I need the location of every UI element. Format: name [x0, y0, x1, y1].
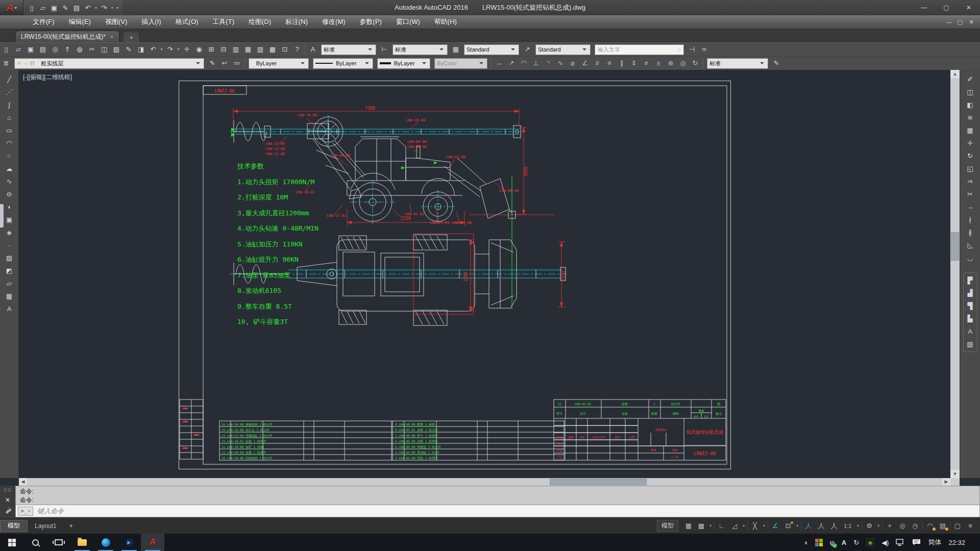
new-layout-button[interactable]: +	[64, 520, 79, 532]
dim-break-icon[interactable]: ≠	[640, 58, 652, 69]
annotation-visibility-icon[interactable]: 人	[803, 520, 814, 532]
plot-icon[interactable]: ▤	[37, 44, 49, 55]
ortho-icon[interactable]: ∟	[716, 520, 727, 532]
dim-linear-icon[interactable]: ↔	[493, 58, 505, 69]
dim-space-icon[interactable]: ⇕	[628, 58, 640, 69]
clock-icon[interactable]: ◷	[910, 520, 921, 532]
dim-tolerance-icon[interactable]: ±	[652, 58, 665, 69]
qnew-icon[interactable]: ▯	[27, 4, 37, 12]
copy-icon[interactable]: ◫	[98, 44, 110, 55]
osnap-dropdown-icon[interactable]: ▾	[795, 520, 799, 532]
redo-icon[interactable]: ↷	[164, 44, 176, 55]
menu-item[interactable]: 窗口(W)	[389, 15, 427, 29]
hardware-acceleration-icon[interactable]: ▤	[937, 520, 948, 532]
file-explorer-button[interactable]	[70, 534, 94, 551]
mirror-icon[interactable]: ◧	[964, 98, 977, 111]
layer-states-icon[interactable]: ≕	[231, 58, 243, 69]
mleader-style-combo[interactable]: Standard	[535, 44, 591, 55]
task-view-button[interactable]	[47, 534, 70, 551]
table-icon[interactable]: ▦	[3, 290, 16, 303]
publish-icon[interactable]: ⇑	[61, 44, 74, 55]
isolate-objects-icon[interactable]: ◎	[897, 520, 908, 532]
isodraft-icon[interactable]: ╳	[749, 520, 761, 532]
help-icon[interactable]: ?	[291, 44, 303, 55]
undo-icon[interactable]: ↶	[83, 4, 93, 12]
notifications-icon[interactable]	[912, 539, 921, 546]
mleader-style-icon[interactable]: ↗	[521, 44, 533, 55]
3d-dwf-icon[interactable]: ◍	[74, 44, 86, 55]
autocad-taskbar-button[interactable]: A	[141, 534, 164, 551]
snap-icon[interactable]: ▩	[696, 520, 707, 532]
osnap-icon[interactable]: ⊡	[782, 520, 794, 532]
taskbar-search-button[interactable]	[23, 534, 47, 551]
match-properties-icon[interactable]: ✎	[122, 44, 135, 55]
dim-ordinate-icon[interactable]: ⊥	[530, 58, 542, 69]
dim-aligned-icon[interactable]: ↗	[505, 58, 518, 69]
annotation-autoscale-icon[interactable]: 人	[816, 520, 827, 532]
circle-icon[interactable]: ○	[3, 149, 16, 162]
scale-dropdown-icon[interactable]: ▾	[856, 520, 860, 532]
layer-combo[interactable]: ☀☼⊓□ 粗实线层	[14, 58, 204, 69]
sheet-set-manager-icon[interactable]: ▩	[266, 44, 279, 55]
save-icon[interactable]: ▣	[24, 44, 37, 55]
text-style-combo[interactable]: 标准	[321, 44, 376, 55]
dim-update-small-icon[interactable]: ≍	[698, 44, 710, 55]
break-at-point-icon[interactable]: ∤	[964, 213, 977, 226]
make-block-icon[interactable]: ◈	[3, 226, 16, 239]
stretch-icon[interactable]: ⇒	[964, 175, 977, 188]
tray-expand-icon[interactable]: ∧	[804, 540, 807, 545]
annotation-scale-value[interactable]: 1:1	[841, 520, 854, 532]
save-icon[interactable]: ▣	[49, 4, 59, 12]
tool-palettes-icon[interactable]: ▧	[254, 44, 266, 55]
workspace-gear-icon[interactable]: ⚙	[864, 520, 875, 532]
arc-icon[interactable]: ◠	[3, 137, 16, 149]
undo-icon[interactable]: ↶	[147, 44, 159, 55]
edge-browser-button[interactable]	[94, 534, 117, 551]
undo-dropdown-icon[interactable]: ▾	[94, 6, 98, 10]
spline-icon[interactable]: ∿	[3, 175, 16, 188]
text-search-input[interactable]	[595, 46, 678, 53]
autodesk-app-icon[interactable]: A	[842, 539, 846, 546]
workspace-dropdown-icon[interactable]: ▾	[876, 520, 880, 532]
tab-close-icon[interactable]: ✕	[110, 34, 114, 40]
dim-style-apply-icon[interactable]: ✎	[770, 58, 782, 69]
scale-icon[interactable]: ◱	[964, 162, 977, 175]
model-space-button[interactable]: 模型	[657, 520, 678, 532]
region-icon[interactable]: ▱	[3, 277, 16, 290]
polygon-icon[interactable]: ⌂	[3, 111, 16, 124]
construction-line-icon[interactable]: ⋰	[3, 86, 16, 98]
dim-radius-icon[interactable]: ◝	[542, 58, 554, 69]
color-combo[interactable]: □ ByLayer	[249, 58, 309, 69]
pan-icon[interactable]: ✛	[181, 44, 193, 55]
paste-icon[interactable]: ▨	[110, 44, 122, 55]
command-close-icon[interactable]: ✕	[5, 496, 10, 504]
annotation-scale-icon[interactable]: 人	[828, 520, 840, 532]
dim-diameter-icon[interactable]: ⌀	[567, 58, 579, 69]
doc-restore-icon[interactable]: ▢	[954, 19, 966, 26]
rotate-icon[interactable]: ↻	[964, 149, 977, 162]
vertical-scrollbar[interactable]: ▲ ▼	[950, 70, 960, 478]
line-icon[interactable]: ╱	[3, 73, 16, 86]
minimize-button[interactable]: —	[913, 0, 935, 15]
scroll-left-icon[interactable]: ◀	[19, 478, 27, 486]
vertical-scroll-thumb[interactable]	[951, 232, 959, 261]
grid-icon[interactable]: ▦	[683, 520, 694, 532]
wrench-icon[interactable]	[4, 507, 11, 514]
break-icon[interactable]: ∦	[964, 226, 977, 239]
dim-update-icon[interactable]: ↻	[689, 58, 701, 69]
zoom-window-icon[interactable]: ⊞	[205, 44, 217, 55]
menu-item[interactable]: 修改(M)	[315, 15, 353, 29]
revision-cloud-icon[interactable]: ☁	[3, 162, 16, 175]
scroll-up-icon[interactable]: ▲	[950, 70, 960, 78]
command-prompt-button[interactable]: >_▾	[18, 507, 33, 516]
linetype-combo[interactable]: ByLayer	[313, 58, 373, 69]
model-space-viewport[interactable]: [-][俯视][二维线框]	[19, 70, 950, 478]
gradient-icon[interactable]: ◩	[3, 264, 16, 277]
horizontal-scrollbar[interactable]: ◀ ▶	[19, 478, 950, 486]
osnap-tracking-icon[interactable]: ∠	[770, 520, 781, 532]
usb-safely-remove-icon[interactable]: ψ	[830, 539, 835, 546]
dim-continue-icon[interactable]: ∥	[616, 58, 628, 69]
palette-grip[interactable]	[0, 204, 4, 228]
horizontal-scroll-thumb[interactable]	[550, 479, 647, 485]
open-icon[interactable]: ▱	[38, 4, 48, 12]
